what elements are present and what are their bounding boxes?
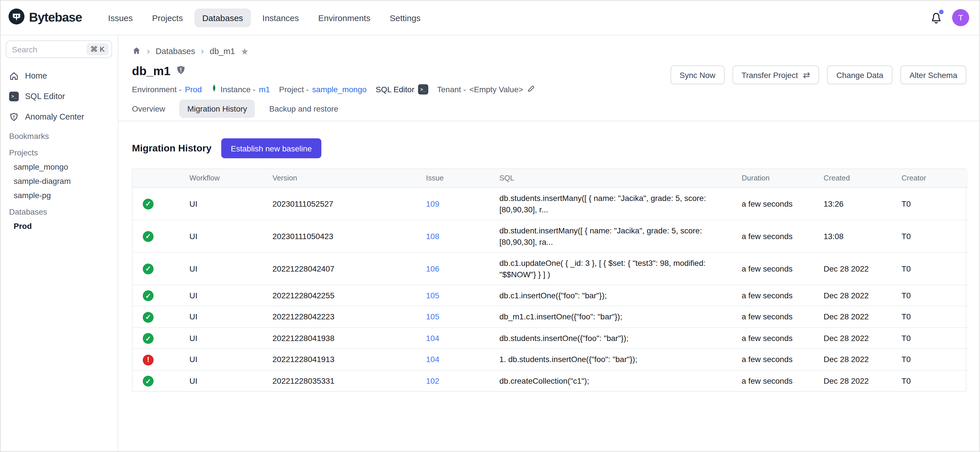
issue-link[interactable]: 105 <box>426 291 439 300</box>
nav-item[interactable]: Settings <box>382 8 428 27</box>
migration-row[interactable]: UI 20221228042255 105 db.c1.insertOne({"… <box>132 284 968 306</box>
version-cell: 20221228042255 <box>264 284 418 306</box>
migration-row[interactable]: UI 20221228042407 106 db.c1.updateOne( {… <box>132 252 968 284</box>
nav-item[interactable]: Databases <box>194 8 251 27</box>
duration-cell: a few seconds <box>734 349 816 370</box>
breadcrumb-databases-link[interactable]: Databases <box>156 47 195 56</box>
nav-item[interactable]: Issues <box>100 8 141 27</box>
duration-cell: a few seconds <box>734 252 816 284</box>
meta-tenant: Tenant - <Empty Value> <box>437 84 535 94</box>
bytebase-logo-icon <box>8 8 24 27</box>
sidebar-item-anomaly-center[interactable]: Anomaly Center <box>9 109 112 124</box>
created-cell: Dec 28 2022 <box>816 349 894 370</box>
search-input[interactable] <box>12 45 86 54</box>
search-shortcut: ⌘ K <box>86 43 109 55</box>
issue-link[interactable]: 104 <box>426 334 439 343</box>
sidebar-database-list: Prod <box>9 222 112 230</box>
sidebar-item-sql-editor[interactable]: >_ SQL Editor <box>9 89 112 104</box>
created-cell: Dec 28 2022 <box>816 370 894 391</box>
nav-right: T <box>929 9 969 26</box>
sql-editor-icon[interactable]: >_ <box>418 84 428 94</box>
migration-row[interactable]: UI 20230111052527 109 db.students.insert… <box>132 187 968 220</box>
meta-sql-editor: SQL Editor >_ <box>375 84 428 94</box>
sidebar-item-home[interactable]: Home <box>9 68 112 83</box>
column-header: Created <box>816 169 894 187</box>
shield-icon <box>9 112 19 121</box>
breadcrumb: › Databases › db_m1 ★ <box>132 35 966 59</box>
issue-link[interactable]: 108 <box>426 232 439 241</box>
creator-cell: T0 <box>894 349 968 370</box>
sidebar-section-bookmarks: Bookmarks <box>9 131 112 141</box>
transfer-project-button[interactable]: Transfer Project ⇄ <box>733 65 819 84</box>
migration-row[interactable]: UI 20221228041938 104 db.students.insert… <box>132 327 968 349</box>
migration-row[interactable]: UI 20230111050423 108 db.student.insertM… <box>132 220 968 252</box>
workflow-cell: UI <box>181 327 264 349</box>
sql-cell: db.createCollection("c1"); <box>492 370 734 391</box>
change-data-button[interactable]: Change Data <box>827 65 892 84</box>
workflow-cell: UI <box>181 252 264 284</box>
terminal-icon: >_ <box>9 91 19 101</box>
issue-link[interactable]: 109 <box>426 199 439 208</box>
sidebar-item-label: Home <box>25 71 47 80</box>
column-header: Version <box>264 169 418 187</box>
sidebar-nav: Home >_ SQL Editor Anomaly Center Book <box>6 58 112 230</box>
migration-row[interactable]: UI 20221228041913 104 1. db.students.ins… <box>132 349 968 370</box>
sync-now-button[interactable]: Sync Now <box>671 65 725 84</box>
meta-environment: Environment - Prod <box>132 85 202 94</box>
created-cell: Dec 28 2022 <box>816 284 894 306</box>
duration-cell: a few seconds <box>734 370 816 391</box>
sidebar-item-label: SQL Editor <box>25 92 65 101</box>
migration-row[interactable]: UI 20221228042223 105 db_m1.c1.insertOne… <box>132 306 968 327</box>
column-header: Duration <box>734 169 816 187</box>
establish-baseline-button[interactable]: Establish new baseline <box>221 138 321 158</box>
duration-cell: a few seconds <box>734 327 816 349</box>
status-icon <box>143 199 154 209</box>
issue-link[interactable]: 104 <box>426 355 439 364</box>
avatar[interactable]: T <box>952 9 969 26</box>
sidebar-project-link[interactable]: sample-diagram <box>9 176 112 185</box>
tenant-label: Tenant - <box>437 85 466 94</box>
workflow-cell: UI <box>181 220 264 252</box>
project-link[interactable]: sample_mongo <box>312 85 367 94</box>
creator-cell: T0 <box>894 252 968 284</box>
issue-link[interactable]: 105 <box>426 312 439 321</box>
tab[interactable]: Backup and restore <box>269 100 339 118</box>
meta-project: Project - sample_mongo <box>279 85 367 94</box>
issue-link[interactable]: 106 <box>426 264 439 273</box>
nav-item[interactable]: Environments <box>310 8 378 27</box>
environment-link[interactable]: Prod <box>185 85 202 94</box>
database-tabs: Overview Migration History Backup and re… <box>132 100 966 118</box>
edit-pencil-icon[interactable] <box>527 84 535 94</box>
sidebar-project-link[interactable]: sample-pg <box>9 191 112 200</box>
version-cell: 20221228041938 <box>264 327 418 349</box>
version-cell: 20230111052527 <box>264 187 418 220</box>
sidebar: ⌘ K Home >_ SQL Editor <box>0 35 118 452</box>
alter-schema-button[interactable]: Alter Schema <box>900 65 966 84</box>
mongodb-leaf-icon <box>211 84 217 95</box>
creator-cell: T0 <box>894 220 968 252</box>
tab[interactable]: Overview <box>132 100 165 118</box>
logo-text: Bytebase <box>29 10 82 25</box>
issue-link[interactable]: 102 <box>426 376 439 385</box>
breadcrumb-home-icon[interactable] <box>132 46 141 57</box>
nav-item[interactable]: Projects <box>144 8 191 27</box>
bytebase-logo[interactable]: Bytebase <box>8 8 82 27</box>
migration-row[interactable]: UI 20221228035331 102 db.createCollectio… <box>132 370 968 391</box>
tenant-value: <Empty Value> <box>469 85 523 94</box>
main-nav: Issues Projects Databases Instances Envi… <box>100 8 429 27</box>
status-icon <box>143 290 154 301</box>
version-cell: 20221228042223 <box>264 306 418 327</box>
bookmark-star-icon[interactable]: ★ <box>240 46 249 57</box>
nav-item[interactable]: Instances <box>255 8 307 27</box>
notifications-bell-icon[interactable] <box>929 11 943 24</box>
sql-cell: db.students.insertOne({"foo": "bar"}); <box>492 327 734 349</box>
created-cell: Dec 28 2022 <box>816 252 894 284</box>
creator-cell: T0 <box>894 370 968 391</box>
instance-link[interactable]: m1 <box>259 85 270 94</box>
search-box: ⌘ K <box>6 40 112 58</box>
sql-cell: db.students.insertMany([ { name: "Jacika… <box>492 187 734 220</box>
status-icon <box>143 311 154 323</box>
sidebar-database-link[interactable]: Prod <box>9 222 112 230</box>
tab[interactable]: Migration History <box>180 100 255 118</box>
sidebar-project-link[interactable]: sample_mongo <box>9 162 112 171</box>
